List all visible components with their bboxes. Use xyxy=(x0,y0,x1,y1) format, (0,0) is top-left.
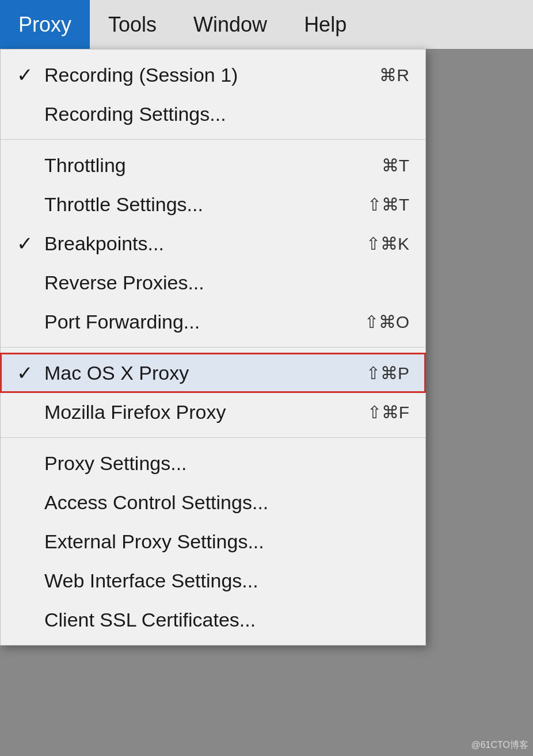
menu-bar-help-label: Help xyxy=(304,13,347,37)
menu-bar-tools[interactable]: Tools xyxy=(90,0,175,49)
label-proxy-settings: Proxy Settings... xyxy=(44,452,398,475)
label-breakpoints: Breakpoints... xyxy=(44,232,355,255)
menu-item-port-forwarding[interactable]: Port Forwarding... ⇧⌘O xyxy=(1,302,425,341)
menu-item-access-control-settings[interactable]: Access Control Settings... xyxy=(1,483,425,522)
proxy-dropdown-menu: ✓ Recording (Session 1) ⌘R Recording Set… xyxy=(0,49,426,646)
label-port-forwarding: Port Forwarding... xyxy=(44,311,353,333)
label-recording-settings: Recording Settings... xyxy=(44,103,398,125)
label-client-ssl-certificates: Client SSL Certificates... xyxy=(44,609,398,631)
menu-section-proxy-types: ✓ Mac OS X Proxy ⇧⌘P Mozilla Firefox Pro… xyxy=(1,348,425,438)
shortcut-recording-session: ⌘R xyxy=(368,65,409,85)
menu-item-throttle-settings[interactable]: Throttle Settings... ⇧⌘T xyxy=(1,185,425,224)
label-access-control-settings: Access Control Settings... xyxy=(44,491,398,514)
menu-item-mac-os-x-proxy[interactable]: ✓ Mac OS X Proxy ⇧⌘P xyxy=(1,353,425,392)
menu-item-breakpoints[interactable]: ✓ Breakpoints... ⇧⌘K xyxy=(1,224,425,263)
menu-item-reverse-proxies[interactable]: Reverse Proxies... xyxy=(1,263,425,302)
menu-bar-tools-label: Tools xyxy=(108,13,157,37)
menu-item-throttling[interactable]: Throttling ⌘T xyxy=(1,146,425,185)
shortcut-breakpoints: ⇧⌘K xyxy=(355,234,409,254)
menu-bar: Proxy Tools Window Help xyxy=(0,0,533,49)
menu-bar-proxy[interactable]: Proxy xyxy=(0,0,90,49)
check-breakpoints: ✓ xyxy=(17,232,44,255)
shortcut-mozilla-firefox-proxy: ⇧⌘F xyxy=(356,402,409,422)
shortcut-throttle-settings: ⇧⌘T xyxy=(356,194,409,215)
label-recording-session: Recording (Session 1) xyxy=(44,64,368,86)
menu-bar-window-label: Window xyxy=(193,13,267,37)
menu-item-proxy-settings[interactable]: Proxy Settings... xyxy=(1,444,425,483)
menu-bar-window[interactable]: Window xyxy=(175,0,285,49)
menu-section-recording: ✓ Recording (Session 1) ⌘R Recording Set… xyxy=(1,49,425,140)
menu-item-web-interface-settings[interactable]: Web Interface Settings... xyxy=(1,561,425,600)
label-web-interface-settings: Web Interface Settings... xyxy=(44,570,398,592)
menu-item-external-proxy-settings[interactable]: External Proxy Settings... xyxy=(1,522,425,561)
shortcut-throttling: ⌘T xyxy=(370,155,409,175)
label-mozilla-firefox-proxy: Mozilla Firefox Proxy xyxy=(44,401,356,423)
shortcut-port-forwarding: ⇧⌘O xyxy=(353,312,409,332)
check-recording-session: ✓ xyxy=(17,63,44,86)
menu-bar-proxy-label: Proxy xyxy=(18,13,71,37)
menu-item-mozilla-firefox-proxy[interactable]: Mozilla Firefox Proxy ⇧⌘F xyxy=(1,392,425,432)
menu-bar-help[interactable]: Help xyxy=(285,0,365,49)
menu-section-settings: Proxy Settings... Access Control Setting… xyxy=(1,438,425,645)
menu-item-recording-session[interactable]: ✓ Recording (Session 1) ⌘R xyxy=(1,55,425,94)
watermark: @61CTO博客 xyxy=(471,739,528,751)
menu-item-client-ssl-certificates[interactable]: Client SSL Certificates... xyxy=(1,600,425,639)
label-mac-os-x-proxy: Mac OS X Proxy xyxy=(44,362,355,384)
shortcut-mac-os-x-proxy: ⇧⌘P xyxy=(355,363,409,383)
check-mac-os-x-proxy: ✓ xyxy=(17,361,44,384)
label-reverse-proxies: Reverse Proxies... xyxy=(44,272,398,294)
label-throttle-settings: Throttle Settings... xyxy=(44,193,356,216)
label-throttling: Throttling xyxy=(44,154,370,177)
menu-section-throttling: Throttling ⌘T Throttle Settings... ⇧⌘T ✓… xyxy=(1,140,425,348)
menu-item-recording-settings[interactable]: Recording Settings... xyxy=(1,94,425,133)
label-external-proxy-settings: External Proxy Settings... xyxy=(44,530,398,553)
